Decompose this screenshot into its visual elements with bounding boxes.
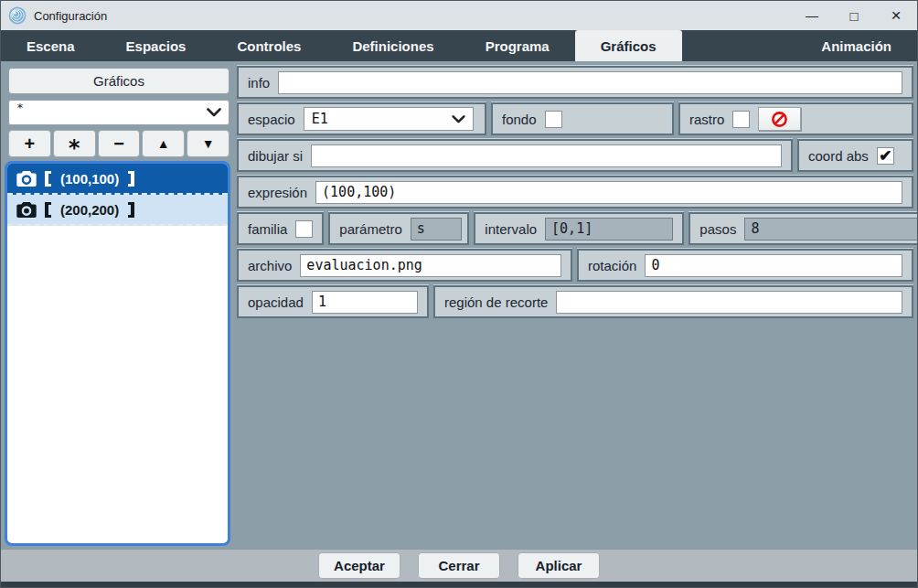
- tab-graficos[interactable]: Gráficos: [575, 30, 682, 61]
- content-area: Gráficos * + * − ▲ ▼: [1, 61, 917, 549]
- lenticular-bracket-right: [128, 171, 134, 187]
- list-item[interactable]: (100,100): [7, 164, 228, 195]
- parametro-group: parámetro: [328, 212, 469, 245]
- expresion-input[interactable]: [315, 181, 902, 204]
- list-item-label: (200,200): [60, 202, 119, 218]
- move-up-button[interactable]: ▲: [142, 130, 185, 157]
- list-item[interactable]: (200,200): [7, 195, 228, 226]
- configuracion-window: Configuración — □ × Escena Espacios Cont…: [0, 0, 918, 588]
- rastro-label: rastro: [689, 112, 724, 127]
- coord-abs-checkbox[interactable]: ✔: [877, 147, 894, 165]
- opacidad-input[interactable]: [312, 291, 418, 314]
- opacidad-group: opacidad: [237, 285, 429, 318]
- familia-label: familia: [248, 221, 287, 237]
- familia-checkbox[interactable]: [295, 220, 313, 238]
- lenticular-bracket-left: [45, 202, 51, 218]
- title-bar: Configuración — □ ×: [1, 1, 917, 30]
- aceptar-button[interactable]: Aceptar: [318, 552, 400, 579]
- camera-icon: [16, 170, 37, 187]
- info-label: info: [248, 75, 270, 91]
- aplicar-button[interactable]: Aplicar: [518, 552, 600, 579]
- espacio-value: E1: [312, 111, 328, 127]
- graphics-sidebar: Gráficos * + * − ▲ ▼: [5, 66, 230, 546]
- close-button[interactable]: ×: [875, 1, 917, 30]
- camera-icon: [16, 201, 37, 218]
- maximize-button[interactable]: □: [833, 1, 875, 30]
- fondo-group: fondo: [491, 102, 674, 135]
- info-input[interactable]: [278, 71, 902, 94]
- sidebar-title: Gráficos: [8, 68, 230, 94]
- remove-graphic-button[interactable]: −: [98, 130, 141, 157]
- coord-abs-label: coord abs: [808, 148, 869, 164]
- list-item-label: (100,100): [60, 171, 119, 187]
- espacio-select[interactable]: E1: [304, 107, 474, 131]
- chevron-down-icon: [207, 108, 221, 117]
- tab-bar: Escena Espacios Controles Definiciones P…: [1, 30, 917, 61]
- app-logo-icon: [8, 6, 27, 25]
- filter-value: *: [16, 101, 24, 115]
- archivo-group: archivo: [237, 249, 572, 282]
- expresion-group: expresión: [237, 176, 913, 208]
- tab-controles[interactable]: Controles: [211, 30, 326, 61]
- no-entry-icon: [771, 111, 788, 128]
- opacidad-label: opacidad: [248, 294, 304, 310]
- rotacion-label: rotación: [588, 258, 636, 273]
- chevron-down-icon: [452, 115, 465, 123]
- pasos-input[interactable]: [744, 218, 918, 241]
- dibujar-si-label: dibujar si: [248, 148, 303, 164]
- minimize-button[interactable]: —: [791, 1, 833, 30]
- dibujar-si-input[interactable]: [311, 144, 782, 167]
- archivo-label: archivo: [248, 258, 292, 273]
- region-recorte-group: región de recorte: [433, 285, 913, 318]
- graphics-list: (100,100) (200,200): [5, 161, 230, 546]
- info-group: info: [237, 66, 913, 99]
- espacio-label: espacio: [248, 112, 295, 127]
- rotacion-input[interactable]: [645, 254, 902, 277]
- espacio-group: espacio E1: [237, 102, 486, 135]
- parametro-label: parámetro: [339, 221, 401, 237]
- rastro-group: rastro: [678, 102, 913, 135]
- pasos-label: pasos: [699, 221, 736, 237]
- graphic-properties-form: info espacio E1 fondo: [237, 66, 913, 546]
- tab-escena[interactable]: Escena: [1, 30, 101, 61]
- lenticular-bracket-left: [45, 171, 51, 187]
- window-title: Configuración: [34, 9, 107, 23]
- dibujar-si-group: dibujar si: [237, 139, 793, 172]
- intervalo-input[interactable]: [545, 218, 673, 241]
- move-down-button[interactable]: ▼: [187, 130, 230, 157]
- familia-group: familia: [237, 212, 324, 245]
- rastro-checkbox[interactable]: [732, 111, 750, 128]
- dialog-footer: Aceptar Cerrar Aplicar: [1, 549, 917, 582]
- clear-trace-button[interactable]: [758, 107, 801, 131]
- parametro-input[interactable]: [411, 218, 462, 241]
- list-toolbar: + * − ▲ ▼: [8, 130, 230, 157]
- rotacion-group: rotación: [577, 249, 913, 282]
- duplicate-graphic-button[interactable]: *: [53, 130, 96, 157]
- intervalo-label: intervalo: [485, 221, 537, 237]
- graphics-filter-select[interactable]: *: [8, 100, 230, 125]
- archivo-input[interactable]: [300, 254, 561, 277]
- pasos-group: pasos: [688, 212, 918, 245]
- tab-animacion[interactable]: Animación: [795, 30, 917, 61]
- tab-definiciones[interactable]: Definiciones: [326, 30, 459, 61]
- expresion-label: expresión: [248, 185, 307, 200]
- coord-abs-group: coord abs ✔: [797, 139, 913, 172]
- cerrar-button[interactable]: Cerrar: [418, 552, 500, 579]
- window-bottom-edge: [1, 582, 917, 587]
- add-graphic-button[interactable]: +: [8, 130, 51, 157]
- tab-espacios[interactable]: Espacios: [101, 30, 212, 61]
- region-recorte-label: región de recorte: [444, 294, 548, 310]
- fondo-label: fondo: [502, 112, 537, 127]
- intervalo-group: intervalo: [474, 212, 684, 245]
- tab-programa[interactable]: Programa: [460, 30, 575, 61]
- lenticular-bracket-right: [128, 202, 134, 218]
- region-recorte-input[interactable]: [556, 291, 902, 314]
- fondo-checkbox[interactable]: [545, 111, 562, 128]
